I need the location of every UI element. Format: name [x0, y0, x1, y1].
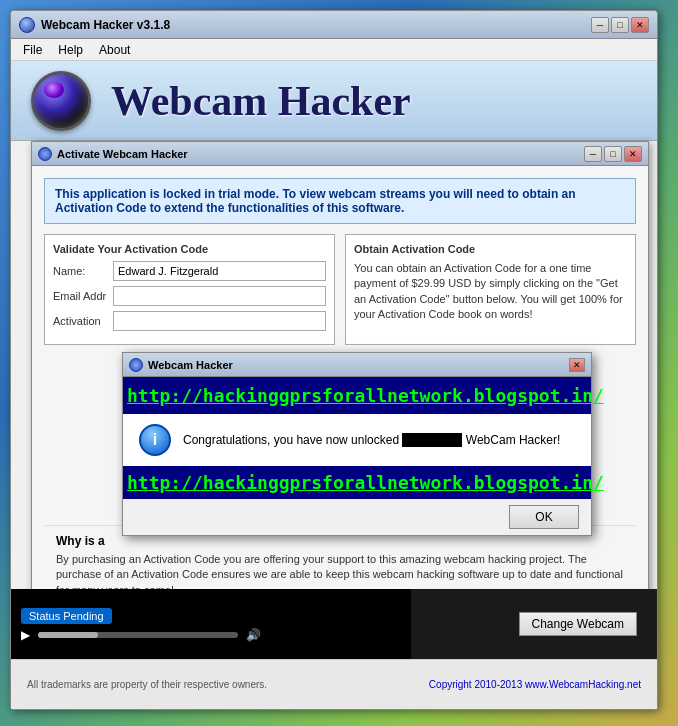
validate-box: Validate Your Activation Code Name: Emai… — [44, 234, 335, 345]
menu-help[interactable]: Help — [50, 41, 91, 59]
congrats-icon — [129, 358, 143, 372]
activate-title-bar: Activate Webcam Hacker ─ □ ✕ — [32, 142, 648, 166]
window-controls: ─ □ ✕ — [591, 17, 649, 33]
activate-window-controls: ─ □ ✕ — [584, 146, 642, 162]
video-area: Status Pending ▶ 🔊 — [11, 589, 411, 659]
congrats-title-bar: Webcam Hacker ✕ — [123, 353, 591, 377]
change-webcam-button[interactable]: Change Webcam — [519, 612, 638, 636]
congrats-body: i Congratulations, you have now unlocked… — [123, 414, 591, 466]
app-title: Webcam Hacker — [111, 77, 411, 125]
webcam-lens-icon — [31, 71, 91, 131]
name-field-row: Name: — [53, 261, 326, 281]
volume-icon[interactable]: 🔊 — [246, 628, 261, 642]
video-bar: Status Pending ▶ 🔊 Change Webcam — [11, 589, 657, 659]
copyright-text: Copyright 2010-2013 www.WebcamHacking.ne… — [429, 679, 641, 690]
status-badge: Status Pending — [21, 608, 112, 624]
name-label: Name: — [53, 265, 113, 277]
hack-url-bottom[interactable]: http://hackinggprsforallnetwork.blogspot… — [123, 466, 591, 499]
congrats-title: Webcam Hacker — [148, 359, 569, 371]
menu-about[interactable]: About — [91, 41, 138, 59]
obtain-title: Obtain Activation Code — [354, 243, 627, 255]
activate-maximize-button[interactable]: □ — [604, 146, 622, 162]
activate-close-button[interactable]: ✕ — [624, 146, 642, 162]
name-input[interactable] — [113, 261, 326, 281]
play-button[interactable]: ▶ — [21, 628, 30, 642]
congrats-suffix: WebCam Hacker! — [466, 433, 560, 447]
minimize-button[interactable]: ─ — [591, 17, 609, 33]
activate-window-icon — [38, 147, 52, 161]
close-button[interactable]: ✕ — [631, 17, 649, 33]
email-field-row: Email Addr — [53, 286, 326, 306]
activate-window-title: Activate Webcam Hacker — [57, 148, 584, 160]
obtain-box: Obtain Activation Code You can obtain an… — [345, 234, 636, 345]
activation-label: Activation — [53, 315, 113, 327]
activation-field-row: Activation — [53, 311, 326, 331]
obtain-text: You can obtain an Activation Code for a … — [354, 261, 627, 323]
congrats-footer: OK — [123, 499, 591, 535]
main-window: Webcam Hacker v3.1.8 ─ □ ✕ File Help Abo… — [10, 10, 658, 710]
hack-url-top[interactable]: http://hackinggprsforallnetwork.blogspot… — [123, 377, 591, 414]
email-label: Email Addr — [53, 290, 113, 302]
title-bar: Webcam Hacker v3.1.8 ─ □ ✕ — [11, 11, 657, 39]
title-bar-icon — [19, 17, 35, 33]
ok-button[interactable]: OK — [509, 505, 579, 529]
bottom-bar: All trademarks are property of their res… — [11, 659, 657, 709]
activate-window: Activate Webcam Hacker ─ □ ✕ This applic… — [31, 141, 649, 658]
activation-input[interactable] — [113, 311, 326, 331]
progress-fill — [38, 632, 98, 638]
trial-notice: This application is locked in trial mode… — [44, 178, 636, 224]
player-controls: ▶ 🔊 — [21, 628, 401, 642]
congrats-close-button[interactable]: ✕ — [569, 358, 585, 372]
redacted-text — [402, 433, 462, 447]
progress-bar[interactable] — [38, 632, 238, 638]
congrats-prefix: Congratulations, you have now unlocked — [183, 433, 399, 447]
video-area-inner: Status Pending ▶ 🔊 — [21, 606, 401, 642]
maximize-button[interactable]: □ — [611, 17, 629, 33]
congrats-dialog: Webcam Hacker ✕ http://hackinggprsforall… — [122, 352, 592, 536]
why-title: Why is a — [56, 534, 624, 548]
window-title: Webcam Hacker v3.1.8 — [41, 18, 591, 32]
info-icon: i — [139, 424, 171, 456]
congrats-message: Congratulations, you have now unlocked W… — [183, 433, 560, 448]
activate-minimize-button[interactable]: ─ — [584, 146, 602, 162]
email-input[interactable] — [113, 286, 326, 306]
menu-bar: File Help About — [11, 39, 657, 61]
activate-content: This application is locked in trial mode… — [32, 166, 648, 657]
two-col-layout: Validate Your Activation Code Name: Emai… — [44, 234, 636, 345]
validate-title: Validate Your Activation Code — [53, 243, 326, 255]
menu-file[interactable]: File — [15, 41, 50, 59]
trademarks-text: All trademarks are property of their res… — [27, 679, 267, 690]
app-header: Webcam Hacker — [11, 61, 657, 141]
